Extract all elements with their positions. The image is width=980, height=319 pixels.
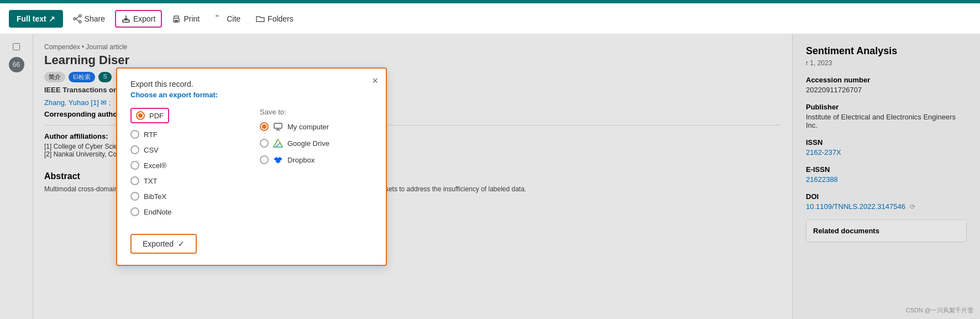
format-pdf[interactable]: PDF xyxy=(130,108,243,123)
radio-computer[interactable] xyxy=(260,122,269,131)
dropbox-label: Dropbox xyxy=(287,156,315,164)
print-icon xyxy=(172,14,181,23)
share-button[interactable]: Share xyxy=(67,11,111,27)
export-icon xyxy=(122,14,130,23)
share-icon xyxy=(73,14,82,23)
main-content: 66 Compendex • Journal article Learning … xyxy=(0,34,980,319)
export-label: Export xyxy=(133,14,155,23)
svg-line-14 xyxy=(276,143,280,147)
radio-csv[interactable] xyxy=(130,145,139,154)
pdf-label: PDF xyxy=(149,112,164,120)
exported-label: Exported xyxy=(143,239,174,248)
svg-text:": " xyxy=(216,14,219,23)
print-button[interactable]: Print xyxy=(166,11,205,27)
radio-bibtex[interactable] xyxy=(130,192,139,201)
modal-close-button[interactable]: × xyxy=(372,75,378,87)
svg-point-1 xyxy=(79,20,81,23)
dropbox-icon xyxy=(273,155,283,165)
radio-excel[interactable] xyxy=(130,161,139,170)
format-column: PDF RTF CSV Excel® TXT xyxy=(130,108,243,223)
bibtex-label: BibTeX xyxy=(144,192,166,201)
googledrive-icon xyxy=(273,138,283,148)
svg-line-15 xyxy=(278,139,280,143)
radio-rtf[interactable] xyxy=(130,130,139,139)
folders-label: Folders xyxy=(268,14,294,23)
radio-googledrive[interactable] xyxy=(260,139,269,148)
excel-label: Excel® xyxy=(144,161,166,170)
save-dropbox[interactable]: Dropbox xyxy=(260,155,373,165)
googledrive-label: Google Drive xyxy=(287,139,329,148)
rtf-label: RTF xyxy=(144,130,158,139)
format-txt[interactable]: TXT xyxy=(130,176,243,185)
svg-point-0 xyxy=(79,14,81,17)
save-to-column: Save to: My computer xyxy=(260,108,373,223)
format-csv[interactable]: CSV xyxy=(130,145,243,154)
svg-rect-10 xyxy=(274,123,282,128)
svg-line-3 xyxy=(76,16,79,19)
csv-label: CSV xyxy=(144,146,159,154)
format-rtf[interactable]: RTF xyxy=(130,130,243,139)
cite-button[interactable]: " Cite xyxy=(209,11,246,27)
fulltext-label: Full text ↗ xyxy=(17,14,55,23)
share-label: Share xyxy=(85,14,105,23)
folders-button[interactable]: Folders xyxy=(250,11,299,27)
folders-icon xyxy=(256,14,265,23)
radio-endnote[interactable] xyxy=(130,207,139,216)
txt-label: TXT xyxy=(144,177,158,185)
save-computer[interactable]: My computer xyxy=(260,122,373,132)
cite-label: Cite xyxy=(227,14,240,23)
svg-marker-13 xyxy=(274,139,282,147)
exported-check: ✓ xyxy=(178,239,185,248)
fulltext-button[interactable]: Full text ↗ xyxy=(9,10,63,28)
computer-icon xyxy=(273,122,283,132)
print-label: Print xyxy=(184,14,200,23)
radio-txt[interactable] xyxy=(130,176,139,185)
save-googledrive[interactable]: Google Drive xyxy=(260,138,373,148)
exported-button[interactable]: Exported ✓ xyxy=(130,234,197,254)
modal-columns: PDF RTF CSV Excel® TXT xyxy=(130,108,373,223)
svg-rect-8 xyxy=(175,20,178,22)
export-button[interactable]: Export xyxy=(115,10,162,28)
format-excel[interactable]: Excel® xyxy=(130,161,243,170)
modal-title: Export this record. xyxy=(130,80,373,88)
computer-label: My computer xyxy=(287,123,329,131)
export-modal: × Export this record. Choose an export f… xyxy=(116,67,387,266)
toolbar: Full text ↗ Share Export Print " xyxy=(0,3,980,34)
format-bibtex[interactable]: BibTeX xyxy=(130,192,243,201)
cite-icon: " xyxy=(215,14,224,23)
radio-pdf[interactable] xyxy=(136,111,145,120)
save-to-label: Save to: xyxy=(260,108,373,116)
svg-line-4 xyxy=(76,19,79,22)
svg-point-2 xyxy=(74,18,76,20)
modal-subtitle: Choose an export format: xyxy=(130,91,373,99)
endnote-label: EndNote xyxy=(144,208,172,216)
radio-dropbox[interactable] xyxy=(260,155,269,164)
format-endnote[interactable]: EndNote xyxy=(130,207,243,216)
